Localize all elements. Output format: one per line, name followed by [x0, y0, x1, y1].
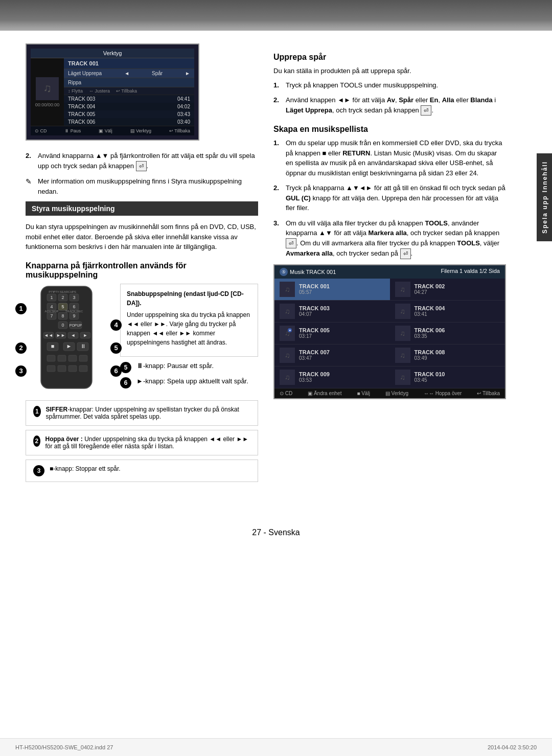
screen-menu-repeat: Läget Upprepa ◄ Spår ► [64, 69, 194, 78]
page-number: 27 [252, 528, 261, 537]
callout-4-box: Snabbuppspelning (endast ljud-CD [CD-DA]… [120, 284, 258, 357]
screen-toolbar: ↕ Flytta ↔ Justera ↩ Tillbaka [64, 87, 194, 95]
svg-text:►: ► [83, 333, 88, 338]
svg-rect-44 [68, 355, 77, 361]
skapa-step-1: 1. Om du spelar upp musik från en kommer… [273, 138, 506, 178]
callout-4-title: Snabbuppspelning (endast ljud-CD [CD-DA]… [127, 289, 251, 308]
screen2-thumb-2: ♫ [395, 282, 410, 297]
styra-text: Du kan styra uppspelningen av musikinneh… [26, 222, 258, 252]
svg-text:TRACK.REC: TRACK.REC [65, 310, 83, 313]
callout-label-4: 4 [110, 319, 122, 331]
callout-2-content: Hoppa över : Under uppspelning ska du tr… [45, 436, 250, 450]
screen2-track-007: ♫ TRACK 007 03:47 [274, 345, 390, 366]
skapa-step-3: 3. Om du vill välja alla filer trycker d… [273, 218, 506, 259]
callout-2-num: 2 [33, 436, 40, 447]
svg-text:ADV.SKIP: ADV.SKIP [44, 310, 58, 313]
screen-menu-rippa: Rippa [64, 78, 194, 87]
callout-1-box: 1 SIFFER-knappar: Under uppspelning av s… [26, 400, 258, 426]
callout-6-row: 6 ►-knapp: Spela upp aktuellt valt spår. [120, 377, 258, 388]
screen2-track-008: ♫ TRACK 008 03:49 [390, 345, 505, 366]
upprepa-intro: Du kan ställa in produkten på att upprep… [273, 66, 506, 76]
screen2-track-grid: ♫ TRACK 001 05:57 ♫ TRACK 002 04:27 [274, 279, 505, 388]
callout-6-num: 6 [120, 377, 131, 388]
callout-1-num: 1 [33, 406, 41, 417]
screen2-track-006: ♫ TRACK 006 03:35 [390, 323, 505, 345]
screen2-track-005: ♫● TRACK 005 03:17 [274, 323, 390, 345]
upprepa-step-1: 1. Tryck på knappen TOOLS under musikupp… [273, 80, 506, 90]
screen-mockup-1: Verktyg ♫ 00:00/00:00 [26, 43, 199, 141]
svg-text:◄: ◄ [71, 333, 76, 338]
svg-rect-42 [47, 355, 55, 361]
svg-text:2: 2 [61, 295, 64, 300]
svg-text:POPUP: POPUP [70, 324, 82, 327]
screen2-track-003: ♫ TRACK 003 04:07 [274, 301, 390, 323]
screen2-track-002: ♫ TRACK 002 04:27 [390, 279, 505, 301]
callout-2-box: 2 Hoppa över : Under uppspelning ska du … [26, 430, 258, 455]
callout-4-text: Under uppspelning ska du trycka på knapp… [127, 310, 251, 347]
screen-time-display: 00:00/00:00 [35, 102, 60, 107]
callout-label-2: 2 [15, 342, 27, 354]
skapa-title: Skapa en musikspellista [273, 125, 506, 134]
svg-text:1: 1 [50, 295, 53, 300]
screen2-track-001: ♫ TRACK 001 05:57 [274, 279, 390, 301]
svg-rect-48 [68, 365, 77, 372]
knapparna-section-title: Knapparna på fjärrkontrollen används för… [26, 261, 258, 280]
svg-text:⏸: ⏸ [80, 343, 86, 349]
page-wrapper: Spela upp Innehåll Verktyg [0, 0, 552, 756]
screen-music-list: ⑤ Musik TRACK 001 Filerna 1 valda 1/2 Si… [273, 264, 506, 399]
svg-text:5: 5 [61, 304, 64, 309]
upprepa-title: Upprepa spår [273, 53, 506, 62]
callout-label-5: 5 [110, 342, 122, 354]
screen2-thumb-1: ♫ [280, 282, 295, 297]
footer-bar: HT-H5200/HS5200-SWE_0402.indd 27 2014-04… [0, 738, 552, 756]
top-decorative-band [0, 0, 552, 31]
svg-text:0: 0 [61, 323, 64, 328]
svg-text:8: 8 [61, 313, 64, 318]
callout-descriptions: Snabbuppspelning (endast ljud-CD [CD-DA]… [120, 284, 258, 388]
svg-rect-46 [47, 365, 55, 372]
svg-text:7: 7 [50, 313, 53, 318]
styra-section-header: Styra musikuppspelning [26, 201, 258, 216]
svg-text:■: ■ [51, 343, 55, 349]
callout-5-row: 5 ⏸-knapp: Pausar ett spår. [120, 362, 258, 373]
note-music-control: ✎ Mer information om musikuppspelning fi… [26, 176, 258, 196]
skapa-step-2: 2. Tryck på knapparna ▲▼◄► för att gå ti… [273, 183, 506, 213]
upprepa-step-1-text: Tryck på knappen TOOLS under musikuppspe… [286, 80, 438, 90]
svg-text:9: 9 [73, 313, 75, 318]
svg-rect-43 [58, 355, 66, 361]
screen2-track-004: ♫ TRACK 004 03:41 [390, 301, 505, 323]
svg-text:►►: ►► [56, 333, 65, 338]
svg-text:PS: PS [72, 290, 76, 293]
screen2-track-010: ♫ TRACK 010 03:45 [390, 366, 505, 388]
screen2-header-right: Filerna 1 valda 1/2 Sida [441, 268, 500, 276]
callout-1-content: SIFFER-knappar: Under uppspelning av spe… [46, 406, 250, 420]
svg-text:►: ► [66, 343, 72, 349]
screen2-bottom-bar: ⊙ CD ▣ Ändra enhet ■ Välj ▤ Verktyg ↔↔ H… [274, 388, 505, 398]
callout-3-num: 3 [33, 465, 44, 476]
screen-bottom-bar: ⊙ CD ⏸ Paus ▣ Välj ▤ Verktyg ↩ Tillbaka [31, 126, 194, 135]
screen-verktyg-label: Verktyg [31, 49, 194, 58]
footer-right: 2014-04-02 3:50:20 [488, 744, 537, 750]
screen2-header: ⑤ Musik TRACK 001 Filerna 1 valda 1/2 Si… [274, 265, 505, 279]
callout-label-6: 6 [110, 365, 122, 377]
screen-track-header: TRACK 001 [64, 58, 194, 69]
svg-rect-47 [58, 365, 66, 372]
step-2: 2. Använd knapparna ▲▼ på fjärrkontrolle… [26, 151, 258, 171]
page-number-area: 27 - Svenska [0, 528, 552, 537]
svg-rect-45 [79, 355, 87, 361]
svg-text:6: 6 [73, 304, 75, 309]
remote-diagram: 1 2 3 4 5 6 1 [26, 284, 112, 393]
page-suffix: - Svenska [264, 528, 300, 537]
screen-track-list: TRACK 00304:41 TRACK 00404:02 TRACK 0050… [64, 95, 194, 126]
screen2-track-009: ♫ TRACK 009 03:53 [274, 366, 390, 388]
callout-5-text: ⏸-knapp: Pausar ett spår. [136, 362, 214, 370]
svg-text:4: 4 [50, 304, 53, 309]
screen2-header-left: ⑤ Musik TRACK 001 [280, 268, 336, 276]
callout-3-box: 3 ■-knapp: Stoppar ett spår. [26, 460, 258, 482]
footer-left: HT-H5200/HS5200-SWE_0402.indd 27 [15, 744, 113, 750]
upprepa-step-2: 2. Använd knappen ◄► för att välja Av, S… [273, 95, 506, 116]
svg-rect-49 [79, 365, 87, 372]
album-art: ♫ [36, 77, 59, 100]
callout-label-1: 1 [15, 303, 27, 314]
callout-6-text: ►-knapp: Spela upp aktuellt valt spår. [136, 377, 248, 385]
